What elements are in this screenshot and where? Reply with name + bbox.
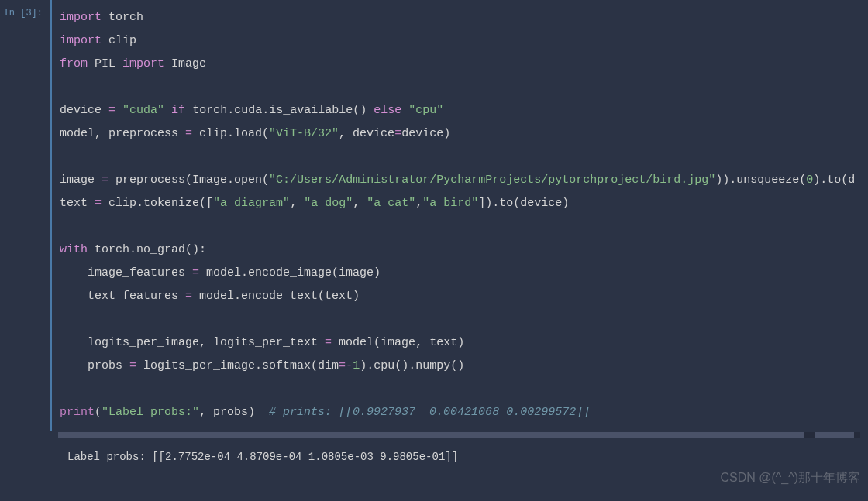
vars-logits: logits_per_image, logits_per_text xyxy=(60,336,318,349)
call-encode-image: model.encode_image(image) xyxy=(206,266,381,280)
var-text: text xyxy=(60,197,88,210)
keyword-import: import xyxy=(60,34,102,47)
args-probs: , probs) xyxy=(199,406,269,419)
call-to-device: ]).to(device) xyxy=(478,197,569,210)
string-dog: "a dog" xyxy=(304,197,353,210)
module-pil: PIL xyxy=(95,57,115,70)
string-diagram: "a diagram" xyxy=(213,197,290,210)
class-image: Image xyxy=(171,57,206,70)
module-torch: torch xyxy=(108,11,143,24)
call-numpy: ).cpu().numpy() xyxy=(360,359,464,372)
number-zero: 0 xyxy=(806,173,813,187)
operator: = xyxy=(102,173,108,187)
string-vit: "ViT-B/32" xyxy=(269,127,339,140)
kwarg-device: , device xyxy=(339,127,394,140)
comma: , xyxy=(290,197,297,210)
string-cpu: "cpu" xyxy=(408,104,443,117)
comma: , xyxy=(353,197,360,210)
code-content[interactable]: import torch import clip from PIL import… xyxy=(60,6,860,424)
code-cell: In [3]: import torch import clip from PI… xyxy=(0,0,868,431)
operator: = xyxy=(394,127,401,140)
output-cell: Label probs: [[2.7752e-04 4.8709e-04 1.0… xyxy=(0,440,868,475)
keyword-if: if xyxy=(171,104,185,117)
vars-model: model, preprocess xyxy=(60,127,178,140)
operator: = xyxy=(185,290,192,303)
comma: , xyxy=(415,197,422,210)
operator: = xyxy=(325,336,332,349)
keyword-with: with xyxy=(60,243,88,256)
keyword-else: else xyxy=(374,104,401,117)
scrollbar-thumb-right[interactable] xyxy=(815,432,854,438)
operator: = xyxy=(192,266,199,280)
call-to: ).to(d xyxy=(813,173,855,187)
output-prompt xyxy=(0,440,50,475)
notebook-container: In [3]: import torch import clip from PI… xyxy=(0,0,868,475)
var-image: image xyxy=(60,173,95,187)
number-one: 1 xyxy=(353,359,360,372)
call-clip-load: clip.load( xyxy=(199,127,269,140)
operator: = xyxy=(95,197,102,210)
paren: ( xyxy=(95,406,102,419)
comment: # prints: [[0.9927937 0.00421068 0.00299… xyxy=(269,406,590,419)
string-path: "C:/Users/Administrator/PycharmProjects/… xyxy=(269,173,715,187)
call-encode-text: model.encode_text(text) xyxy=(199,290,360,303)
call-no-grad: torch.no_grad(): xyxy=(95,243,206,256)
var-image-features: image_features xyxy=(60,266,185,280)
string-label: "Label probs:" xyxy=(102,406,199,419)
operator: = xyxy=(129,359,136,372)
cell-output: Label probs: [[2.7752e-04 4.8709e-04 1.0… xyxy=(50,440,466,475)
call-softmax: logits_per_image.softmax(dim xyxy=(143,359,339,372)
scrollbar-row xyxy=(0,431,868,440)
keyword-import: import xyxy=(60,11,102,24)
operator: =- xyxy=(339,359,353,372)
keyword-from: from xyxy=(60,57,88,70)
operator: = xyxy=(185,127,192,140)
string-cuda: "cuda" xyxy=(122,104,164,117)
call-preprocess: preprocess(Image.open( xyxy=(115,173,269,187)
expr-cond: torch.cuda.is_available() xyxy=(192,104,367,117)
call-tokenize: clip.tokenize([ xyxy=(108,197,213,210)
var-text-features: text_features xyxy=(60,290,178,303)
cell-prompt: In [3]: xyxy=(0,0,50,431)
call-model: model(image, text) xyxy=(339,336,464,349)
builtin-print: print xyxy=(60,406,95,419)
keyword-import: import xyxy=(122,57,164,70)
operator: = xyxy=(108,104,115,117)
var-probs: probs xyxy=(60,359,122,372)
empty-prompt xyxy=(0,431,50,440)
arg-device: device) xyxy=(401,127,450,140)
scrollbar-thumb[interactable] xyxy=(58,432,804,438)
call-unsqueeze: )).unsqueeze( xyxy=(715,173,806,187)
string-bird: "a bird" xyxy=(422,197,478,210)
module-clip: clip xyxy=(108,34,136,47)
code-editor[interactable]: import torch import clip from PIL import… xyxy=(50,0,868,431)
var-device: device xyxy=(60,104,102,117)
horizontal-scrollbar[interactable] xyxy=(58,432,860,438)
string-cat: "a cat" xyxy=(367,197,415,210)
